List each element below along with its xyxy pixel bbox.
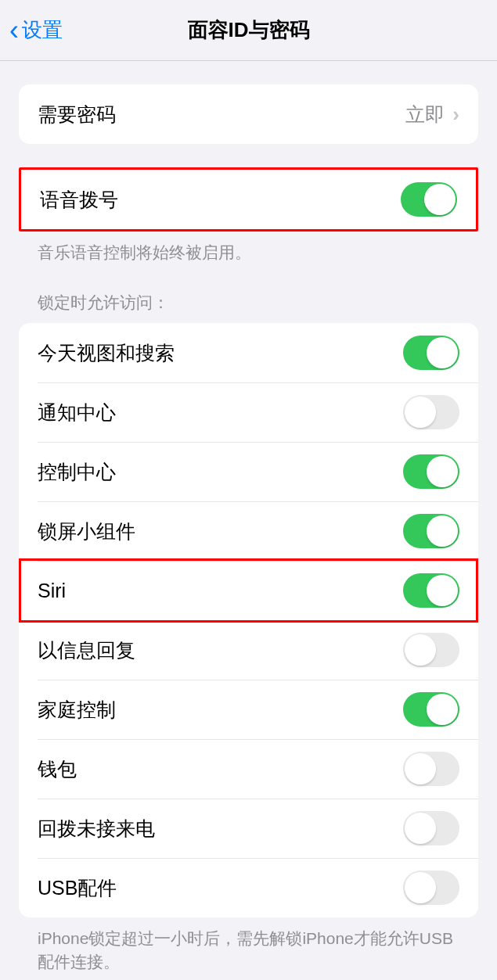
home-control-toggle[interactable] bbox=[403, 692, 459, 727]
wallet-toggle[interactable] bbox=[403, 752, 459, 786]
voice-dial-label: 语音拨号 bbox=[40, 187, 118, 213]
require-passcode-value: 立即 bbox=[405, 102, 445, 127]
reply-message-row[interactable]: 以信息回复 bbox=[19, 620, 478, 680]
notification-center-toggle[interactable] bbox=[403, 395, 459, 429]
return-missed-calls-toggle[interactable] bbox=[403, 811, 459, 845]
control-center-toggle[interactable] bbox=[403, 454, 459, 489]
today-view-label: 今天视图和搜索 bbox=[38, 340, 175, 366]
usb-accessories-toggle[interactable] bbox=[403, 871, 459, 905]
nav-header: ‹ 设置 面容ID与密码 bbox=[0, 0, 497, 61]
lock-access-header: 锁定时允许访问： bbox=[19, 264, 478, 323]
require-passcode-row[interactable]: 需要密码 立即 › bbox=[19, 84, 478, 144]
back-label: 设置 bbox=[22, 16, 63, 44]
lock-screen-widgets-toggle[interactable] bbox=[403, 514, 459, 548]
wallet-label: 钱包 bbox=[38, 756, 77, 782]
require-passcode-group: 需要密码 立即 › bbox=[19, 84, 478, 144]
voice-dial-highlight: 语音拨号 bbox=[19, 167, 478, 232]
lock-access-footer: iPhone锁定超过一小时后，需先解锁iPhone才能允许USB配件连接。 bbox=[19, 917, 478, 973]
siri-toggle[interactable] bbox=[403, 573, 459, 608]
wallet-row[interactable]: 钱包 bbox=[19, 739, 478, 799]
today-view-row[interactable]: 今天视图和搜索 bbox=[19, 323, 478, 382]
return-missed-calls-row[interactable]: 回拨未接来电 bbox=[19, 799, 478, 858]
home-control-label: 家庭控制 bbox=[38, 697, 116, 723]
voice-dial-group: 语音拨号 bbox=[21, 170, 476, 229]
control-center-label: 控制中心 bbox=[38, 459, 116, 485]
return-missed-calls-label: 回拨未接来电 bbox=[38, 816, 155, 842]
home-control-row[interactable]: 家庭控制 bbox=[19, 680, 478, 739]
reply-message-label: 以信息回复 bbox=[38, 637, 135, 663]
usb-accessories-label: USB配件 bbox=[38, 875, 117, 901]
today-view-toggle[interactable] bbox=[403, 336, 459, 370]
lock-screen-widgets-row[interactable]: 锁屏小组件 bbox=[19, 501, 478, 561]
lock-access-group: 今天视图和搜索 通知中心 控制中心 锁屏小组件 Siri 以信息回复 家庭控制 bbox=[19, 323, 478, 917]
siri-row[interactable]: Siri bbox=[19, 561, 478, 620]
back-button[interactable]: ‹ 设置 bbox=[9, 16, 63, 45]
voice-dial-footer: 音乐语音控制将始终被启用。 bbox=[19, 232, 478, 264]
voice-dial-toggle[interactable] bbox=[401, 182, 457, 217]
reply-message-toggle[interactable] bbox=[403, 633, 459, 667]
usb-accessories-row[interactable]: USB配件 bbox=[19, 858, 478, 917]
voice-dial-row[interactable]: 语音拨号 bbox=[21, 170, 476, 229]
lock-screen-widgets-label: 锁屏小组件 bbox=[38, 519, 135, 544]
control-center-row[interactable]: 控制中心 bbox=[19, 442, 478, 501]
chevron-left-icon: ‹ bbox=[9, 16, 19, 45]
notification-center-row[interactable]: 通知中心 bbox=[19, 382, 478, 442]
require-passcode-label: 需要密码 bbox=[38, 102, 116, 127]
page-title: 面容ID与密码 bbox=[188, 16, 310, 44]
chevron-right-icon: › bbox=[452, 102, 459, 127]
notification-center-label: 通知中心 bbox=[38, 400, 116, 425]
siri-label: Siri bbox=[38, 580, 66, 602]
